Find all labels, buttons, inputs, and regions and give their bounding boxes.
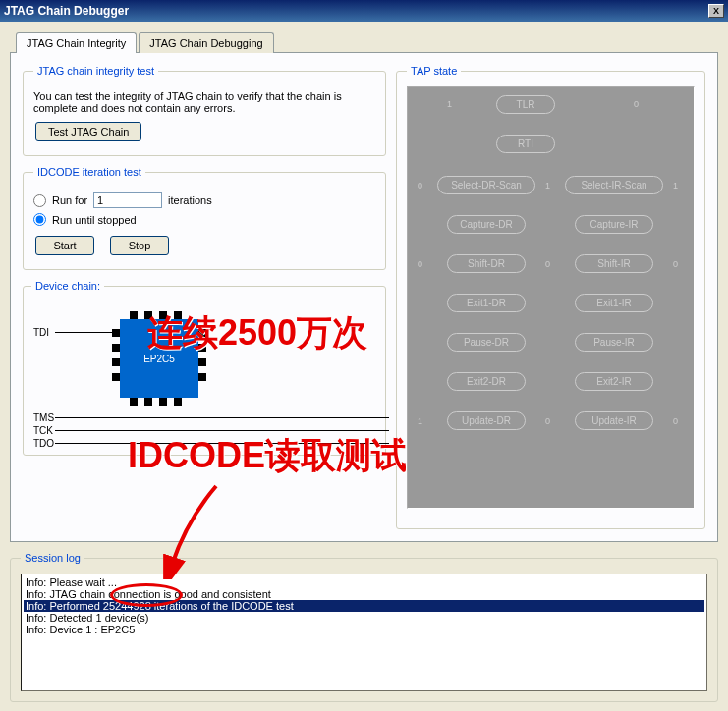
tck-label: TCK — [33, 425, 53, 436]
run-until-label: Run until stopped — [52, 214, 137, 226]
log-line[interactable]: Info: Performed 25244928 iterations of t… — [24, 600, 704, 612]
test-jtag-button[interactable]: Test JTAG Chain — [35, 122, 141, 141]
device-chain-group: Device chain: TDI TMS TCK TDO EP2C5 — [23, 280, 386, 456]
tap-state-group: TAP state TLR RTI Select-DR-Scan Select-… — [396, 65, 705, 529]
log-line[interactable]: Info: Device 1 : EP2C5 — [24, 624, 704, 635]
state-updateir: Update-IR — [575, 411, 653, 430]
log-line[interactable]: Info: JTAG chain connection is good and … — [24, 588, 704, 600]
state-pauseir: Pause-IR — [575, 333, 653, 352]
state-seldr: Select-DR-Scan — [437, 176, 535, 194]
run-for-radio[interactable] — [33, 194, 46, 207]
tab-content: JTAG chain integrity test You can test t… — [10, 52, 718, 542]
tdi-label: TDI — [33, 327, 49, 338]
edge-label: 1 — [673, 181, 678, 191]
window-title: JTAG Chain Debugger — [4, 4, 708, 18]
edge-label: 0 — [673, 259, 678, 269]
integrity-legend: JTAG chain integrity test — [33, 65, 158, 77]
log-line[interactable]: Info: Detected 1 device(s) — [24, 612, 704, 624]
edge-label: 0 — [418, 259, 422, 269]
chip-label: EP2C5 — [143, 354, 175, 364]
tap-legend: TAP state — [407, 65, 461, 77]
state-exit2ir: Exit2-IR — [575, 372, 653, 391]
state-capdr: Capture-DR — [447, 215, 526, 234]
edge-label: 1 — [545, 181, 550, 191]
state-shiftir: Shift-IR — [575, 254, 653, 273]
close-button[interactable]: X — [708, 4, 724, 18]
run-for-label: Run for — [52, 194, 87, 206]
edge-label: 0 — [545, 259, 550, 269]
state-shiftdr: Shift-DR — [447, 254, 526, 273]
tab-debugging[interactable]: JTAG Chain Debugging — [139, 32, 273, 53]
stop-button[interactable]: Stop — [110, 236, 169, 255]
state-tlr: TLR — [496, 95, 555, 114]
session-legend: Session log — [21, 552, 84, 564]
tms-label: TMS — [33, 412, 54, 423]
tab-strip: JTAG Chain Integrity JTAG Chain Debuggin… — [16, 31, 718, 52]
edge-label: 0 — [673, 416, 678, 426]
state-exit1ir: Exit1-IR — [575, 294, 653, 312]
run-until-radio[interactable] — [33, 213, 46, 226]
edge-label: 1 — [418, 416, 422, 426]
log-listbox[interactable]: Info: Please wait ...Info: JTAG chain co… — [21, 574, 707, 691]
edge-label: 0 — [545, 416, 550, 426]
start-button[interactable]: Start — [35, 236, 94, 255]
iterations-input[interactable] — [93, 192, 162, 208]
wire — [55, 417, 389, 418]
iterations-label: iterations — [168, 194, 212, 206]
device-chain-legend: Device chain: — [31, 280, 104, 292]
integrity-group: JTAG chain integrity test You can test t… — [23, 65, 386, 156]
idcode-legend: IDCODE iteration test — [33, 166, 145, 178]
log-line[interactable]: Info: Please wait ... — [24, 576, 704, 588]
state-exit2dr: Exit2-DR — [447, 372, 526, 391]
session-log-group: Session log Info: Please wait ...Info: J… — [10, 552, 718, 702]
wire — [55, 332, 112, 333]
state-rti: RTI — [496, 135, 555, 153]
state-selir: Select-IR-Scan — [565, 176, 663, 194]
title-bar: JTAG Chain Debugger X — [0, 0, 728, 22]
tab-integrity[interactable]: JTAG Chain Integrity — [16, 32, 137, 53]
state-pausedr: Pause-DR — [447, 333, 526, 352]
tap-diagram: TLR RTI Select-DR-Scan Select-IR-Scan Ca… — [407, 86, 695, 509]
tdo-label: TDO — [33, 438, 54, 449]
state-updatedr: Update-DR — [447, 411, 526, 430]
wire — [55, 430, 389, 431]
edge-label: 0 — [418, 181, 422, 191]
integrity-desc: You can test the integrity of JTAG chain… — [33, 90, 375, 114]
idcode-group: IDCODE iteration test Run for iterations… — [23, 166, 386, 270]
chip-diagram: TDI TMS TCK TDO EP2C5 — [31, 300, 377, 447]
edge-label: 0 — [634, 99, 639, 109]
state-exit1dr: Exit1-DR — [447, 294, 526, 312]
chip-icon: EP2C5 — [120, 319, 198, 398]
state-capir: Capture-IR — [575, 215, 653, 234]
wire — [55, 443, 389, 444]
edge-label: 1 — [447, 99, 452, 109]
